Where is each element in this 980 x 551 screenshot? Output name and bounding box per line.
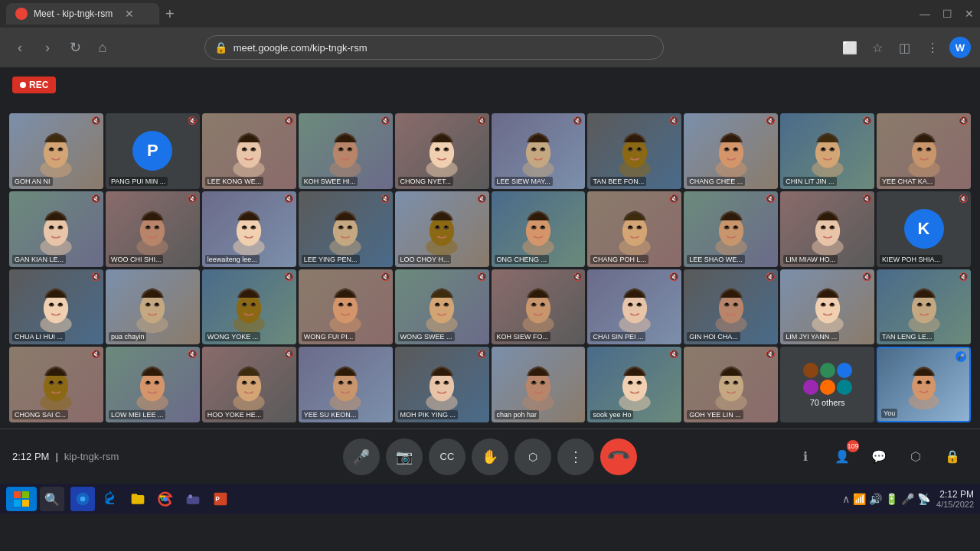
svg-point-106	[831, 225, 833, 227]
video-tile[interactable]: chan poh har	[492, 347, 586, 422]
video-tile[interactable]: ONG CHENG ...	[492, 191, 586, 267]
tray-mic-icon: 🎤	[901, 493, 914, 505]
profile-btn[interactable]: W	[949, 37, 971, 58]
video-tile[interactable]: WOO CHI SHI... 🔇	[106, 191, 200, 267]
video-tile[interactable]: WONG YOKE ... 🔇	[202, 269, 296, 345]
svg-point-46	[831, 147, 833, 149]
svg-point-27	[532, 147, 534, 149]
video-tile[interactable]: CHAI SIN PEI ... 🔇	[587, 269, 681, 345]
video-tile[interactable]: TAN BEE FON... 🔇	[587, 113, 681, 189]
captions-btn[interactable]: CC	[429, 439, 466, 475]
video-tile[interactable]: CHONG SAI C... 🔇	[9, 347, 103, 422]
video-tile[interactable]: LOO CHOY H... 🔇	[395, 191, 489, 267]
svg-point-136	[445, 303, 447, 305]
activities-btn[interactable]: ⬡	[900, 442, 931, 472]
video-tile[interactable]: K KIEW POH SHIA... 🔇	[877, 191, 971, 267]
clock-time: 2:12 PM	[936, 489, 974, 500]
active-tab[interactable]: Meet - kip-tngk-rsm ✕	[6, 3, 159, 24]
svg-point-16	[348, 147, 351, 149]
taskbar-search-btn[interactable]: 🔍	[40, 487, 64, 511]
video-tile[interactable]: P PANG PUI MIN ... 🔇	[106, 113, 200, 189]
video-tile[interactable]: LEE YING PEN... 🔇	[299, 191, 393, 267]
video-tile[interactable]: LOW MEI LEE ... 🔇	[106, 347, 200, 422]
video-tile[interactable]: KOH SIEW FO... 🔇	[492, 269, 586, 345]
maximize-btn[interactable]: ☐	[942, 8, 952, 20]
minimize-btn[interactable]: —	[920, 8, 930, 20]
present-btn[interactable]: ⬡	[514, 439, 551, 475]
svg-point-76	[348, 225, 351, 227]
svg-point-215	[715, 393, 746, 411]
svg-point-142	[541, 303, 544, 305]
chat-btn[interactable]: 💬	[864, 442, 894, 472]
video-tile[interactable]: GAN KIAN LE... 🔇	[9, 191, 103, 267]
video-tile[interactable]: CHIN LIT JIN ... 🔇	[780, 113, 874, 189]
svg-point-196	[445, 380, 447, 383]
end-call-btn[interactable]: 📞	[593, 431, 645, 483]
svg-point-184	[252, 380, 254, 383]
video-tile[interactable]: YEE CHAT KA... 🔇	[877, 113, 971, 189]
camera-btn[interactable]: 📷	[386, 439, 423, 475]
tray-wifi-icon: 📡	[917, 493, 930, 505]
svg-point-45	[822, 147, 824, 149]
video-tile[interactable]: HOO YOKE HE... 🔇	[202, 347, 296, 422]
new-tab-btn[interactable]: +	[165, 5, 175, 23]
reload-btn[interactable]: ↻	[64, 37, 86, 58]
video-tile[interactable]: LIM JYI YANN ... 🔇	[780, 269, 874, 345]
video-tile[interactable]: CHUA LI HUI ... 🔇	[9, 269, 103, 345]
close-btn[interactable]: ✕	[965, 8, 974, 20]
svg-point-9	[243, 147, 246, 149]
start-btn[interactable]	[6, 487, 37, 511]
video-tile[interactable]: leewaiteng lee... 🔇	[202, 191, 296, 267]
video-tile[interactable]: LIM MIAW HO... 🔇	[780, 191, 874, 267]
extensions-icon[interactable]: ⬜	[839, 37, 861, 58]
video-tile[interactable]: GOH YEE LIN ... 🔇	[684, 347, 778, 422]
home-btn[interactable]: ⌂	[92, 37, 113, 58]
video-tile[interactable]: MOH PIK YING ... 🔇	[395, 347, 489, 422]
tab-close-btn[interactable]: ✕	[125, 8, 134, 20]
video-tile[interactable]: LEE SHAO WE... 🔇	[684, 191, 778, 267]
video-tile[interactable]: YEE SU KEON...	[299, 347, 393, 422]
taskbar-browser[interactable]	[70, 487, 95, 511]
address-bar[interactable]: 🔒 meet.google.com/kip-tngk-rsm	[204, 35, 664, 60]
taskbar-edge[interactable]	[98, 487, 122, 511]
taskbar-chrome[interactable]	[153, 487, 178, 511]
clock[interactable]: 2:12 PM 4/15/2022	[936, 489, 974, 509]
video-tile[interactable]: 70 others	[780, 347, 874, 422]
control-bar: 2:12 PM | kip-tngk-rsm 🎤 📷 CC ✋ ⬡ ⋮ 📞 ℹ …	[0, 429, 980, 484]
security-btn[interactable]: 🔒	[937, 442, 968, 472]
bookmark-icon[interactable]: ☆	[867, 37, 888, 58]
svg-point-3	[51, 147, 53, 149]
tray-up-icon[interactable]: ∧	[842, 493, 850, 505]
svg-point-112	[59, 303, 61, 305]
taskbar-folder[interactable]	[126, 487, 150, 511]
settings-icon[interactable]: ⋮	[922, 37, 943, 58]
svg-point-35	[619, 160, 650, 178]
video-tile[interactable]: sook yee Ho 🔇	[587, 347, 681, 422]
video-tile[interactable]: GOH AN NI 🔇	[9, 113, 103, 189]
video-tile[interactable]: GIN HOI CHA... 🔇	[684, 269, 778, 345]
video-tile[interactable]: CHANG POH L... 🔇	[587, 191, 681, 267]
video-tile[interactable]: CHONG NYET... 🔇	[395, 113, 489, 189]
video-tile[interactable]: TAN LENG LE... 🔇	[877, 269, 971, 345]
svg-point-65	[137, 238, 168, 256]
info-btn[interactable]: ℹ	[790, 442, 821, 472]
video-tile[interactable]: WONG FUI PI... 🔇	[299, 269, 393, 345]
bookmark-sidebar-icon[interactable]: ◫	[894, 37, 916, 58]
taskbar-teams[interactable]	[181, 487, 205, 511]
video-tile[interactable]: KOH SWEE HI... 🔇	[299, 113, 393, 189]
video-tile[interactable]: CHANG CHEE ... 🔇	[684, 113, 778, 189]
raise-hand-btn[interactable]: ✋	[472, 439, 508, 475]
more-options-btn[interactable]: ⋮	[557, 439, 594, 475]
svg-point-51	[918, 147, 920, 149]
back-btn[interactable]: ‹	[9, 37, 31, 58]
taskbar-powerpoint[interactable]: P	[208, 487, 233, 511]
forward-btn[interactable]: ›	[37, 37, 58, 58]
svg-point-221	[909, 393, 939, 410]
people-btn[interactable]: 👤 109	[827, 442, 858, 472]
video-tile[interactable]: LEE KONG WE... 🔇	[202, 113, 296, 189]
video-tile[interactable]: You 🎤	[877, 347, 971, 422]
video-tile[interactable]: pua chayin	[106, 269, 200, 345]
video-tile[interactable]: LEE SIEW MAY... 🔇	[492, 113, 586, 189]
mic-btn[interactable]: 🎤	[343, 439, 380, 475]
video-tile[interactable]: WONG SWEE ... 🔇	[395, 269, 489, 345]
